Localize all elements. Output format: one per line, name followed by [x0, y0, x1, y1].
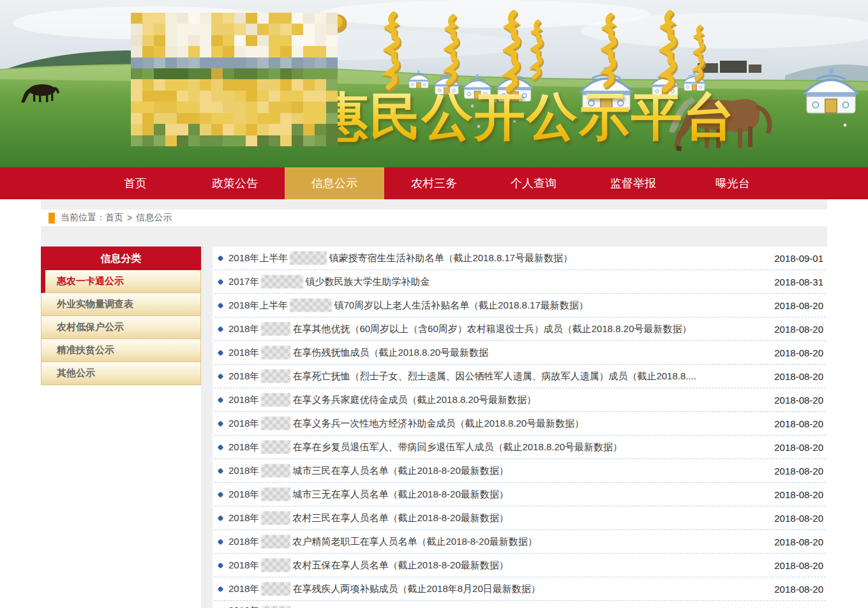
breadcrumb-marker-icon	[49, 213, 55, 224]
bullet-icon	[218, 515, 224, 521]
sidebar-item-3[interactable]: 农村低保户公示	[41, 316, 201, 339]
redaction-blur	[261, 322, 290, 336]
bullet-icon	[218, 326, 224, 332]
breadcrumb-separator: >	[127, 213, 132, 223]
redaction-blur	[261, 487, 290, 501]
nav-item-5[interactable]: 个人查询	[484, 167, 583, 199]
bullet-icon	[218, 420, 224, 427]
item-title[interactable]: 2018年城市三无在享人员名单（截止2018-8-20最新数据）	[228, 487, 765, 501]
list-item-8[interactable]: 2018年在享义务兵一次性地方经济补助金成员（截止2018.8.20号最新数据）…	[214, 412, 826, 436]
bullet-icon	[218, 586, 224, 592]
item-title[interactable]: 2018年在享在乡复员退伍军人、带病回乡退伍军人成员（截止2018.8.20号最…	[228, 440, 765, 454]
bullet-icon	[218, 538, 224, 545]
item-title[interactable]: 2018年在享义务兵一次性地方经济补助金成员（截止2018.8.20号最新数据）	[228, 416, 765, 430]
list-item-15[interactable]: 2018年在享残疾人两项补贴成员（截止2018年8月20日最新数据）2018-0…	[214, 577, 826, 601]
item-title[interactable]: 2018年农户精简老职工在享人员名单（截止2018-8-20最新数据）	[228, 535, 765, 549]
bullet-icon	[218, 562, 224, 568]
item-date: 2018-08-20	[774, 442, 826, 453]
redaction-blur	[261, 582, 290, 596]
list-item-5[interactable]: 2018年在享伤残抚恤成员（截止2018.8.20号最新数据2018-08-20	[214, 341, 826, 365]
redaction-blur	[261, 416, 290, 430]
item-date: 2018-09-01	[774, 253, 826, 264]
item-title[interactable]: 2018年农村三民在享人员名单（截止2018-8-20最新数据）	[228, 511, 765, 525]
main-nav: 首页政策公告信息公示农村三务个人查询监督举报曝光台	[0, 167, 868, 199]
item-title[interactable]: 2018年	[228, 601, 814, 608]
item-date: 2018-08-20	[774, 418, 826, 429]
list-item-1[interactable]: 2018年上半年镇蒙授寄宿生生活补助名单（截止2018.8.17号最新数据）20…	[214, 247, 826, 270]
item-title[interactable]: 2018年在享伤残抚恤成员（截止2018.8.20号最新数据	[228, 346, 765, 360]
item-date: 2018-08-20	[774, 395, 826, 406]
item-date: 2018-08-20	[774, 489, 826, 500]
sidebar: 信息分类 惠农一卡通公示外业实物量调查表农村低保户公示精准扶贫公示其他公示	[41, 247, 201, 608]
item-date: 2018-08-20	[774, 300, 826, 311]
redaction-mosaic	[131, 13, 338, 146]
item-date: 2018-08-20	[774, 536, 826, 547]
redaction-blur	[261, 275, 303, 289]
bullet-icon	[218, 302, 224, 308]
bullet-icon	[218, 255, 224, 261]
list-item-9[interactable]: 2018年在享在乡复员退伍军人、带病回乡退伍军人成员（截止2018.8.20号最…	[214, 436, 826, 459]
list-item-7[interactable]: 2018年在享义务兵家庭优待金成员（截止2018.8.20号最新数据）2018-…	[214, 388, 826, 412]
list-item-14[interactable]: 2018年农村五保在享人员名单（截止2018-8-20最新数据）2018-08-…	[214, 554, 826, 577]
redaction-blur	[261, 369, 290, 383]
list-item-6[interactable]: 2018年在享死亡抚恤（烈士子女、烈士遗属、因公牺牲军人遗属、病故军人遗属）成员…	[214, 365, 826, 388]
bullet-icon	[218, 373, 224, 379]
bullet-icon	[218, 491, 224, 498]
sidebar-item-2[interactable]: 外业实物量调查表	[41, 293, 201, 316]
redaction-blur	[261, 440, 290, 454]
redaction-blur	[261, 511, 290, 525]
item-title[interactable]: 2018年农村五保在享人员名单（截止2018-8-20最新数据）	[228, 558, 765, 572]
redaction-blur	[261, 535, 290, 549]
bullet-icon	[218, 397, 224, 403]
item-title[interactable]: 2017年镇少数民族大学生助学补助金	[228, 275, 765, 289]
item-date: 2018-08-20	[774, 371, 826, 382]
list-item-10[interactable]: 2018年城市三民在享人员名单（截止2018-8-20最新数据）2018-08-…	[214, 459, 826, 483]
bullet-icon	[218, 349, 224, 356]
redaction-blur	[290, 298, 332, 312]
list-item-11[interactable]: 2018年城市三无在享人员名单（截止2018-8-20最新数据）2018-08-…	[214, 483, 826, 506]
redaction-blur	[261, 346, 290, 360]
redaction-blur	[261, 393, 290, 407]
list-item-13[interactable]: 2018年农户精简老职工在享人员名单（截止2018-8-20最新数据）2018-…	[214, 530, 826, 554]
nav-item-6[interactable]: 监督举报	[583, 167, 683, 199]
item-title[interactable]: 2018年上半年镇蒙授寄宿生生活补助名单（截止2018.8.17号最新数据）	[228, 251, 765, 265]
redaction-blur	[290, 251, 327, 265]
item-title[interactable]: 2018年城市三民在享人员名单（截止2018-8-20最新数据）	[228, 464, 765, 478]
sidebar-header: 信息分类	[41, 247, 201, 270]
breadcrumb: 当前位置： 首页 > 信息公示	[41, 209, 827, 226]
sidebar-item-5[interactable]: 其他公示	[41, 362, 201, 385]
item-title[interactable]: 2018年在享残疾人两项补贴成员（截止2018年8月20日最新数据）	[228, 582, 765, 596]
bullet-icon	[218, 444, 224, 450]
list-item-2[interactable]: 2017年镇少数民族大学生助学补助金2018-08-31	[214, 270, 826, 294]
sidebar-item-4[interactable]: 精准扶贫公示	[41, 339, 201, 362]
item-date: 2018-08-20	[774, 513, 826, 524]
banner-title: 惠民公开公示平台	[317, 83, 736, 152]
redaction-blur	[261, 558, 290, 572]
nav-item-2[interactable]: 政策公告	[185, 167, 285, 199]
item-title[interactable]: 2018年在享其他优抚（60周岁以上（含60周岁）农村籍退役士兵）成员（截止20…	[228, 322, 765, 336]
breadcrumb-label: 当前位置：	[61, 212, 105, 224]
list-item-4[interactable]: 2018年在享其他优抚（60周岁以上（含60周岁）农村籍退役士兵）成员（截止20…	[214, 317, 826, 341]
list-item-clipped[interactable]: 2018年	[214, 601, 826, 608]
breadcrumb-current: 信息公示	[136, 212, 172, 224]
redaction-blur	[261, 464, 290, 478]
item-title[interactable]: 2018年在享义务兵家庭优待金成员（截止2018.8.20号最新数据）	[228, 393, 765, 407]
bullet-icon	[218, 467, 224, 474]
nav-item-4[interactable]: 农村三务	[384, 167, 484, 199]
item-date: 2018-08-20	[774, 324, 826, 335]
nav-item-1[interactable]: 首页	[86, 167, 185, 199]
breadcrumb-home-link[interactable]: 首页	[105, 212, 123, 224]
item-date: 2018-08-20	[774, 466, 826, 476]
list-item-3[interactable]: 2018年上半年镇70周岁以上老人生活补贴名单（截止2018.8.17最新数据）…	[214, 294, 826, 317]
item-date: 2018-08-20	[774, 347, 826, 358]
item-date: 2018-08-20	[774, 560, 826, 571]
item-date: 2018-08-20	[774, 584, 826, 595]
nav-item-7[interactable]: 曝光台	[683, 167, 782, 199]
bullet-icon	[218, 278, 224, 285]
item-title[interactable]: 2018年上半年镇70周岁以上老人生活补贴名单（截止2018.8.17最新数据）	[228, 298, 765, 312]
item-title[interactable]: 2018年在享死亡抚恤（烈士子女、烈士遗属、因公牺牲军人遗属、病故军人遗属）成员…	[228, 369, 765, 383]
sidebar-item-1[interactable]: 惠农一卡通公示	[41, 270, 201, 293]
nav-item-3[interactable]: 信息公示	[285, 167, 384, 199]
list-item-12[interactable]: 2018年农村三民在享人员名单（截止2018-8-20最新数据）2018-08-…	[214, 506, 826, 530]
announcement-list: 2018年上半年镇蒙授寄宿生生活补助名单（截止2018.8.17号最新数据）20…	[213, 247, 827, 608]
